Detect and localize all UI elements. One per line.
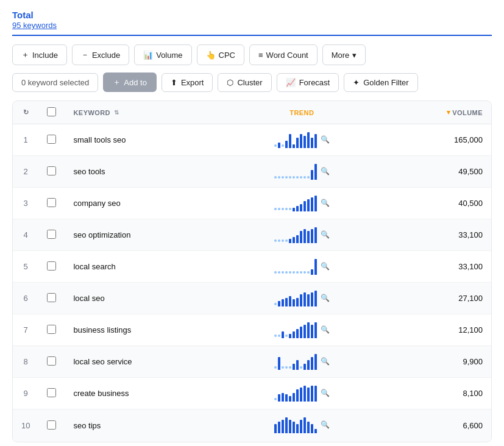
volume-cell: 9,900 xyxy=(378,346,491,378)
more-button[interactable]: More ▾ xyxy=(322,44,366,65)
row-number: 10 xyxy=(13,409,38,442)
trend-search-icon[interactable]: 🔍 xyxy=(321,389,330,397)
trend-cell: 🔍 xyxy=(225,219,378,251)
trend-search-icon[interactable]: 🔍 xyxy=(321,357,330,366)
volume-cell: 165,000 xyxy=(378,124,491,156)
cpc-label: CPC xyxy=(219,51,235,60)
row-checkbox[interactable] xyxy=(47,293,56,302)
cpc-button[interactable]: 👆 CPC xyxy=(197,44,244,65)
row-number: 3 xyxy=(13,188,38,219)
row-checkbox[interactable] xyxy=(47,230,56,239)
golden-filter-icon: ✦ xyxy=(353,78,360,87)
keywords-table: ↻ KEYWORD ⇅ TREND xyxy=(13,101,491,442)
add-to-label: Add to xyxy=(124,78,147,87)
th-checkbox xyxy=(38,101,65,124)
include-button[interactable]: ＋ Include xyxy=(12,44,67,65)
trend-search-icon[interactable]: 🔍 xyxy=(321,325,330,334)
add-icon: ＋ xyxy=(113,77,121,88)
trend-chart xyxy=(274,289,317,306)
volume-icon: 📊 xyxy=(143,51,153,60)
export-label: Export xyxy=(181,78,204,87)
exclude-label: Exclude xyxy=(92,51,120,60)
row-checkbox-cell xyxy=(38,188,65,219)
row-checkbox-cell xyxy=(38,283,65,314)
row-number: 9 xyxy=(13,378,38,409)
keyword-cell: seo tools xyxy=(65,156,225,188)
row-checkbox[interactable] xyxy=(47,388,56,397)
trend-search-icon[interactable]: 🔍 xyxy=(321,167,330,175)
volume-cell: 12,100 xyxy=(378,314,491,346)
trend-chart xyxy=(274,416,317,433)
forecast-label: Forecast xyxy=(299,78,330,87)
header-section: Total 95 keywords xyxy=(12,10,492,30)
keyword-cell: create business xyxy=(65,378,225,409)
volume-header-label: VOLUME xyxy=(452,109,483,116)
trend-header-label: TREND xyxy=(289,109,314,116)
row-checkbox[interactable] xyxy=(47,261,56,271)
th-refresh: ↻ xyxy=(13,101,38,124)
trend-cell: 🔍 xyxy=(225,124,378,156)
row-checkbox[interactable] xyxy=(47,166,56,175)
chevron-down-icon: ▾ xyxy=(352,51,357,60)
row-number: 6 xyxy=(13,283,38,314)
trend-search-icon[interactable]: 🔍 xyxy=(321,230,330,239)
forecast-icon: 📈 xyxy=(286,78,296,87)
volume-label: Volume xyxy=(156,51,182,60)
trend-chart xyxy=(274,321,317,338)
table-row: 3company seo🔍40,500 xyxy=(13,188,491,219)
table-row: 8local seo service🔍9,900 xyxy=(13,346,491,378)
trend-search-icon[interactable]: 🔍 xyxy=(321,294,330,302)
export-icon: ⬆ xyxy=(171,78,177,87)
row-checkbox[interactable] xyxy=(47,198,56,207)
toolbar: ＋ Include － Exclude 📊 Volume 👆 CPC ≡ Wor… xyxy=(12,44,492,65)
row-checkbox[interactable] xyxy=(47,135,56,144)
cpc-icon: 👆 xyxy=(206,51,216,60)
th-keyword[interactable]: KEYWORD ⇅ xyxy=(65,101,225,124)
row-checkbox[interactable] xyxy=(47,356,56,366)
add-to-button[interactable]: ＋ Add to xyxy=(103,73,157,92)
table-row: 2seo tools🔍49,500 xyxy=(13,156,491,188)
minus-icon: － xyxy=(81,49,89,60)
keyword-cell: company seo xyxy=(65,188,225,219)
trend-chart xyxy=(274,194,317,211)
trend-cell: 🔍 xyxy=(225,283,378,314)
row-checkbox-cell xyxy=(38,156,65,188)
exclude-button[interactable]: － Exclude xyxy=(72,44,129,65)
refresh-icon[interactable]: ↻ xyxy=(23,108,29,116)
volume-cell: 40,500 xyxy=(378,188,491,219)
volume-button[interactable]: 📊 Volume xyxy=(134,44,191,65)
table-row: 5local search🔍33,100 xyxy=(13,251,491,283)
keyword-cell: seo optimization xyxy=(65,219,225,251)
trend-cell: 🔍 xyxy=(225,188,378,219)
select-all-checkbox[interactable] xyxy=(47,107,56,116)
word-count-button[interactable]: ≡ Word Count xyxy=(249,44,318,65)
row-number: 2 xyxy=(13,156,38,188)
trend-search-icon[interactable]: 🔍 xyxy=(321,420,330,429)
golden-filter-button[interactable]: ✦ Golden Filter xyxy=(344,73,417,92)
cluster-button[interactable]: ⬡ Cluster xyxy=(218,73,271,92)
trend-search-icon[interactable]: 🔍 xyxy=(321,262,330,271)
trend-search-icon[interactable]: 🔍 xyxy=(321,199,330,207)
volume-cell: 6,600 xyxy=(378,409,491,442)
volume-cell: 33,100 xyxy=(378,219,491,251)
volume-cell: 33,100 xyxy=(378,251,491,283)
cluster-label: Cluster xyxy=(237,78,262,87)
table-row: 1small tools seo🔍165,000 xyxy=(13,124,491,156)
keywords-count-link[interactable]: 95 keywords xyxy=(12,21,57,30)
total-label: Total xyxy=(12,10,492,20)
row-checkbox[interactable] xyxy=(47,420,56,430)
golden-filter-label: Golden Filter xyxy=(363,78,408,87)
forecast-button[interactable]: 📈 Forecast xyxy=(277,73,339,92)
volume-cell: 27,100 xyxy=(378,283,491,314)
keyword-cell: local seo service xyxy=(65,346,225,378)
volume-cell: 49,500 xyxy=(378,156,491,188)
trend-cell: 🔍 xyxy=(225,409,378,442)
row-checkbox[interactable] xyxy=(47,325,56,334)
row-number: 4 xyxy=(13,219,38,251)
trend-search-icon[interactable]: 🔍 xyxy=(321,135,330,144)
export-button[interactable]: ⬆ Export xyxy=(161,73,213,92)
keywords-selected-button[interactable]: 0 keyword selected xyxy=(12,73,98,92)
more-label: More xyxy=(332,51,350,60)
table-row: 7business listings🔍12,100 xyxy=(13,314,491,346)
th-volume[interactable]: ▾ VOLUME xyxy=(378,101,491,124)
